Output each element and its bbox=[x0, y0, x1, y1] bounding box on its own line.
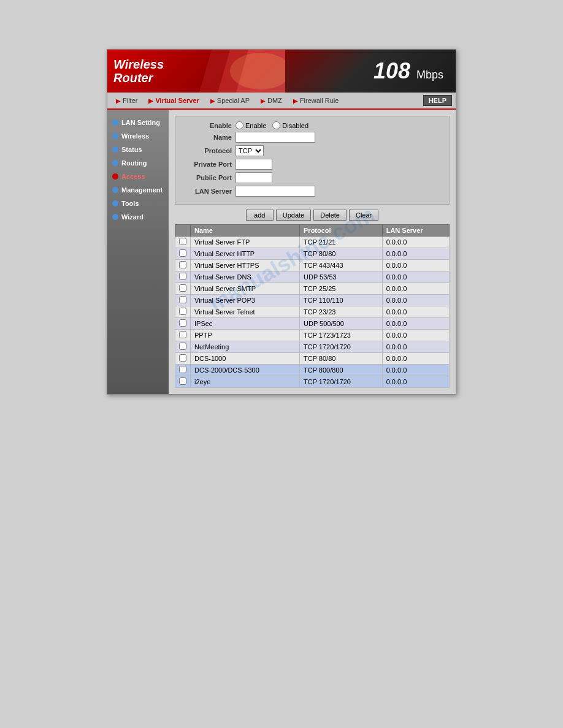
disabled-radio-label[interactable]: Disabled bbox=[272, 121, 308, 129]
enable-row: Enable Enable Disabled bbox=[180, 121, 444, 129]
table-row[interactable]: i2eye TCP 1720/1720 0.0.0.0 bbox=[175, 376, 450, 388]
table-row[interactable]: Virtual Server POP3 TCP 110/110 0.0.0.0 bbox=[175, 295, 450, 306]
row-protocol: TCP 1723/1723 bbox=[300, 330, 383, 341]
sidebar-item-wizard[interactable]: Wizard bbox=[107, 210, 169, 224]
help-button[interactable]: HELP bbox=[423, 95, 452, 106]
row-checkbox[interactable] bbox=[179, 261, 186, 268]
enable-radio-label[interactable]: Enable bbox=[236, 121, 266, 129]
clear-button[interactable]: Clear bbox=[349, 210, 378, 221]
sidebar-item-routing[interactable]: Routing bbox=[107, 156, 169, 170]
sidebar-item-management[interactable]: Management bbox=[107, 183, 169, 197]
sidebar-dot bbox=[112, 200, 118, 207]
col-lan-server: LAN Server bbox=[382, 225, 449, 237]
name-row: Name bbox=[180, 132, 444, 143]
lan-server-input[interactable] bbox=[236, 186, 315, 197]
disabled-radio[interactable] bbox=[272, 121, 280, 129]
row-lan-server: 0.0.0.0 bbox=[382, 353, 449, 365]
row-checkbox[interactable] bbox=[179, 273, 186, 280]
arrow-icon: ▶ bbox=[261, 97, 266, 104]
name-input[interactable] bbox=[236, 132, 315, 143]
tab-filter-label: Filter bbox=[123, 97, 137, 104]
table-row[interactable]: Virtual Server DNS UDP 53/53 0.0.0.0 bbox=[175, 271, 450, 283]
row-protocol: TCP 443/443 bbox=[300, 260, 383, 271]
row-checkbox[interactable] bbox=[179, 377, 186, 385]
sidebar-item-label: Tools bbox=[121, 200, 139, 207]
add-button[interactable]: add bbox=[246, 210, 274, 221]
row-checkbox[interactable] bbox=[179, 308, 186, 315]
row-checkbox-cell bbox=[175, 295, 191, 306]
tab-virtual-server[interactable]: ▶ Virtual Server bbox=[144, 95, 204, 106]
enable-radio[interactable] bbox=[236, 121, 243, 129]
row-checkbox[interactable] bbox=[179, 366, 186, 373]
row-name: Virtual Server DNS bbox=[191, 271, 300, 283]
sidebar-item-lan-setting[interactable]: LAN Setting bbox=[107, 116, 169, 129]
table-row[interactable]: Virtual Server HTTP TCP 80/80 0.0.0.0 bbox=[175, 248, 450, 260]
row-checkbox[interactable] bbox=[179, 354, 186, 362]
table-row[interactable]: Virtual Server HTTPS TCP 443/443 0.0.0.0 bbox=[175, 260, 450, 271]
row-checkbox-cell bbox=[175, 376, 191, 388]
sidebar-dot bbox=[112, 187, 118, 193]
private-port-input[interactable] bbox=[236, 159, 272, 170]
sidebar-item-status[interactable]: Status bbox=[107, 143, 169, 156]
arrow-icon: ▶ bbox=[210, 97, 215, 104]
speed-display: 108 Mbps bbox=[373, 58, 443, 84]
arrow-icon: ▶ bbox=[148, 97, 153, 104]
sidebar-item-access[interactable]: Access bbox=[107, 170, 169, 183]
arrow-icon: ▶ bbox=[116, 97, 121, 104]
row-checkbox[interactable] bbox=[179, 319, 186, 327]
table-row[interactable]: DCS-1000 TCP 80/80 0.0.0.0 bbox=[175, 353, 450, 365]
tab-dmz[interactable]: ▶ DMZ bbox=[256, 95, 287, 106]
logo-line2: Router bbox=[113, 71, 164, 85]
row-checkbox[interactable] bbox=[179, 284, 186, 292]
sidebar-item-label: Management bbox=[121, 186, 163, 194]
table-row[interactable]: Virtual Server SMTP TCP 25/25 0.0.0.0 bbox=[175, 283, 450, 295]
table-row[interactable]: IPSec UDP 500/500 0.0.0.0 bbox=[175, 318, 450, 330]
protocol-label: Protocol bbox=[180, 147, 236, 154]
protocol-control: TCP UDP Both bbox=[236, 145, 444, 156]
table-row[interactable]: Virtual Server Telnet TCP 23/23 0.0.0.0 bbox=[175, 306, 450, 318]
update-button[interactable]: Update bbox=[276, 210, 311, 221]
tab-special-ap[interactable]: ▶ Special AP bbox=[205, 95, 255, 106]
table-row[interactable]: PPTP TCP 1723/1723 0.0.0.0 bbox=[175, 330, 450, 341]
row-name: i2eye bbox=[191, 376, 300, 388]
sidebar-dot bbox=[112, 173, 118, 180]
row-protocol: TCP 23/23 bbox=[300, 306, 383, 318]
row-checkbox[interactable] bbox=[179, 331, 186, 338]
tab-filter[interactable]: ▶ Filter bbox=[111, 95, 142, 106]
table-row[interactable]: NetMeeting TCP 1720/1720 0.0.0.0 bbox=[175, 341, 450, 353]
nav-tabs: ▶ Filter ▶ Virtual Server ▶ Special AP ▶… bbox=[107, 93, 456, 110]
row-checkbox[interactable] bbox=[179, 343, 186, 350]
row-name: Virtual Server POP3 bbox=[191, 295, 300, 306]
row-lan-server: 0.0.0.0 bbox=[382, 376, 449, 388]
row-lan-server: 0.0.0.0 bbox=[382, 295, 449, 306]
row-name: NetMeeting bbox=[191, 341, 300, 353]
sidebar-item-wireless[interactable]: Wireless bbox=[107, 129, 169, 143]
row-protocol: TCP 1720/1720 bbox=[300, 376, 383, 388]
private-port-control bbox=[236, 159, 444, 170]
table-row[interactable]: DCS-2000/DCS-5300 TCP 800/800 0.0.0.0 bbox=[175, 365, 450, 376]
lan-server-control bbox=[236, 186, 444, 197]
row-name: Virtual Server HTTP bbox=[191, 248, 300, 260]
row-checkbox[interactable] bbox=[179, 238, 186, 245]
table-row[interactable]: Virtual Server FTP TCP 21/21 0.0.0.0 bbox=[175, 237, 450, 248]
row-checkbox-cell bbox=[175, 353, 191, 365]
logo: Wireless Router bbox=[113, 58, 164, 85]
row-protocol: TCP 110/110 bbox=[300, 295, 383, 306]
tab-firewall-rule[interactable]: ▶ Firewall Rule bbox=[288, 95, 344, 106]
tab-firewall-rule-label: Firewall Rule bbox=[300, 97, 339, 104]
row-checkbox-cell bbox=[175, 237, 191, 248]
tab-special-ap-label: Special AP bbox=[217, 97, 250, 104]
lan-server-row: LAN Server bbox=[180, 186, 444, 197]
row-checkbox[interactable] bbox=[179, 296, 186, 303]
speed-value: 108 bbox=[373, 58, 410, 83]
sidebar-item-label: Status bbox=[121, 146, 142, 153]
protocol-select[interactable]: TCP UDP Both bbox=[236, 145, 264, 156]
sidebar-dot bbox=[112, 146, 118, 153]
sidebar-item-label: Access bbox=[121, 173, 145, 180]
row-checkbox-cell bbox=[175, 283, 191, 295]
public-port-input[interactable] bbox=[236, 172, 272, 183]
row-checkbox[interactable] bbox=[179, 249, 186, 257]
delete-button[interactable]: Delete bbox=[313, 210, 347, 221]
sidebar-item-tools[interactable]: Tools bbox=[107, 197, 169, 210]
row-protocol: TCP 21/21 bbox=[300, 237, 383, 248]
